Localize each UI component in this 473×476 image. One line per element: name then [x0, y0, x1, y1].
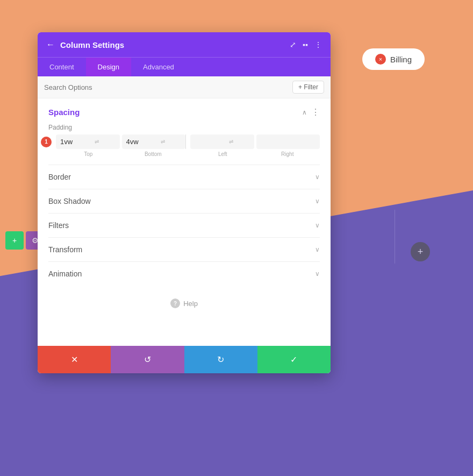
left-label: Left: [190, 151, 255, 157]
settings-tabs: Content Design Advanced: [38, 57, 331, 76]
spacing-title: Spacing: [48, 108, 80, 117]
padding-right-wrapper: [256, 134, 320, 149]
link-icon-bottom: ⇌: [161, 139, 165, 145]
spacing-section-header: Spacing ∧ ⋮: [48, 107, 320, 117]
padding-labels-left: Top Bottom: [56, 151, 186, 157]
modal-footer: ✕ ↺ ↻ ✓: [38, 346, 331, 373]
modal-body: Spacing ∧ ⋮ Padding 1 ⇌ ⇌: [38, 98, 331, 346]
modal-header-actions: ⤢ ▪▪ ⋮: [290, 40, 322, 49]
border-chevron: ∨: [315, 173, 320, 181]
back-button[interactable]: ←: [46, 40, 55, 49]
add-column-button[interactable]: +: [411, 242, 430, 261]
search-bar: + Filter: [38, 76, 331, 98]
padding-labels-right: Left Right: [190, 151, 320, 157]
bottom-label: Bottom: [121, 151, 186, 157]
padding-row: 1 ⇌ ⇌ ⇌: [48, 134, 320, 149]
top-label: Top: [56, 151, 121, 157]
help-label: Help: [183, 300, 198, 308]
padding-left-input[interactable]: [195, 138, 227, 146]
section-actions: ∧ ⋮: [302, 107, 320, 117]
padding-sub-labels: Top Bottom Left Right: [48, 151, 320, 157]
transform-section[interactable]: Transform ∨: [48, 237, 320, 261]
cancel-button[interactable]: ✕: [38, 346, 111, 373]
redo-button[interactable]: ↻: [184, 346, 257, 373]
animation-chevron: ∨: [315, 270, 320, 278]
padding-top-input[interactable]: [60, 138, 92, 146]
help-section[interactable]: ? Help: [48, 286, 320, 314]
billing-close-icon[interactable]: ×: [375, 54, 386, 65]
save-button[interactable]: ✓: [257, 346, 331, 373]
border-section[interactable]: Border ∨: [48, 165, 320, 189]
column-settings-modal: ← Column Settings ⤢ ▪▪ ⋮ Content Design …: [38, 32, 331, 373]
columns-icon[interactable]: ▪▪: [303, 40, 308, 49]
padding-bottom-input[interactable]: [126, 138, 159, 146]
tab-design[interactable]: Design: [86, 58, 131, 76]
spacing-menu-icon[interactable]: ⋮: [311, 107, 320, 117]
modal-header: ← Column Settings ⤢ ▪▪ ⋮: [38, 32, 331, 57]
filters-section[interactable]: Filters ∨: [48, 213, 320, 237]
filter-button[interactable]: + Filter: [292, 81, 324, 94]
spacing-collapse-icon[interactable]: ∧: [302, 109, 307, 116]
link-icon-top: ⇌: [95, 139, 99, 145]
modal-header-left: ← Column Settings: [46, 40, 124, 49]
link-icon-left: ⇌: [229, 139, 233, 145]
padding-label: Padding: [48, 124, 320, 131]
box-shadow-chevron: ∨: [315, 197, 320, 205]
billing-button[interactable]: × Billing: [362, 48, 425, 70]
add-module-button[interactable]: +: [5, 231, 24, 250]
padding-top-wrapper: ⇌: [56, 134, 120, 149]
billing-label: Billing: [390, 55, 412, 64]
transform-chevron: ∨: [315, 246, 320, 253]
tab-content[interactable]: Content: [38, 58, 86, 76]
padding-left-wrapper: ⇌: [190, 134, 254, 149]
search-input[interactable]: [44, 83, 288, 91]
animation-section[interactable]: Animation ∨: [48, 261, 320, 286]
padding-bottom-wrapper: ⇌: [122, 134, 186, 149]
step-badge: 1: [41, 137, 52, 147]
vertical-divider: [395, 210, 395, 264]
fullscreen-icon[interactable]: ⤢: [290, 40, 296, 49]
tab-advanced[interactable]: Advanced: [131, 58, 186, 76]
padding-right-input[interactable]: [261, 138, 293, 146]
help-icon: ?: [170, 299, 180, 308]
modal-title: Column Settings: [60, 40, 124, 49]
more-options-icon[interactable]: ⋮: [314, 40, 322, 49]
padding-right-group: ⇌: [190, 134, 320, 149]
right-label: Right: [255, 151, 320, 157]
reset-button[interactable]: ↺: [111, 346, 184, 373]
box-shadow-section[interactable]: Box Shadow ∨: [48, 189, 320, 213]
filters-chevron: ∨: [315, 222, 320, 229]
padding-left-group: 1 ⇌ ⇌: [48, 134, 186, 149]
